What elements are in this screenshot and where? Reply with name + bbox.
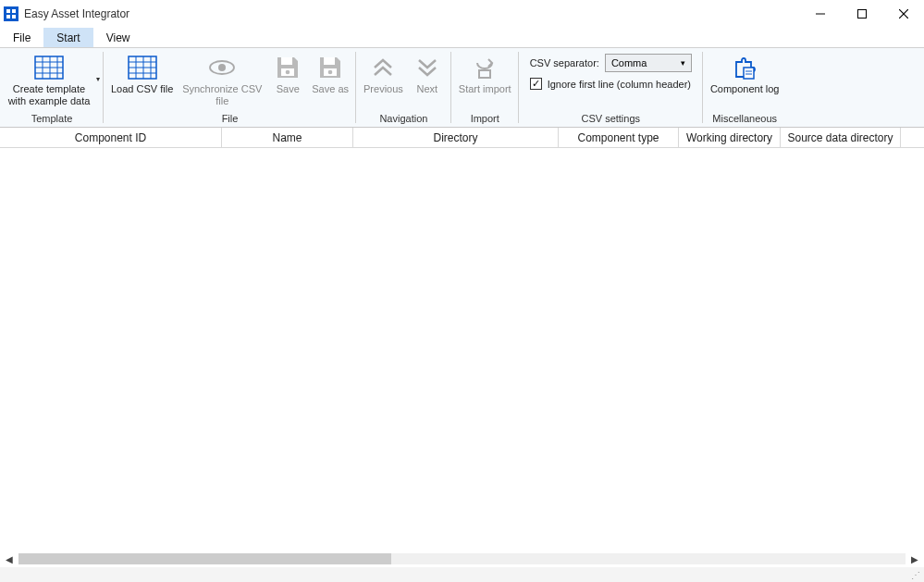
- close-button[interactable]: [882, 0, 924, 28]
- next-button[interactable]: Next: [407, 50, 448, 95]
- component-log-label: Component log: [710, 83, 780, 95]
- maximize-button[interactable]: [841, 0, 882, 28]
- svg-rect-2: [6, 15, 10, 19]
- chevron-down-icon[interactable]: ▾: [96, 75, 100, 83]
- svg-rect-5: [857, 9, 866, 18]
- col-working-directory[interactable]: Working directory: [679, 128, 781, 147]
- app-icon: [4, 6, 18, 21]
- load-csv-label: Load CSV file: [111, 83, 173, 95]
- grid-columns: Component ID Name Directory Component ty…: [0, 128, 924, 148]
- previous-button[interactable]: Previous: [360, 50, 407, 95]
- group-navigation: Previous Next Navigation: [356, 48, 451, 127]
- sync-csv-button[interactable]: Synchronize CSV file: [177, 50, 267, 107]
- previous-label: Previous: [363, 83, 403, 95]
- col-component-type[interactable]: Component type: [559, 128, 679, 147]
- save-button[interactable]: Save: [267, 50, 308, 95]
- menubar: File Start View: [0, 28, 924, 48]
- puzzle-icon: [731, 52, 758, 83]
- grid-body: [0, 148, 924, 551]
- col-name[interactable]: Name: [222, 128, 353, 147]
- group-template-title: Template: [4, 112, 100, 127]
- start-import-button[interactable]: Start import: [455, 50, 515, 95]
- footer: ◀ ▶ ⋰: [0, 551, 924, 582]
- scroll-left-arrow[interactable]: ◀: [2, 551, 17, 566]
- create-template-button[interactable]: Create template with example data: [4, 50, 94, 107]
- col-source-data-directory[interactable]: Source data directory: [781, 128, 901, 147]
- titlebar: Easy Asset Integrator: [0, 0, 924, 28]
- saveas-label: Save as: [312, 83, 349, 95]
- horizontal-scrollbar[interactable]: ◀ ▶: [0, 551, 924, 567]
- svg-rect-31: [744, 68, 754, 79]
- grid-icon: [128, 52, 157, 83]
- csv-separator-select[interactable]: Comma ▾: [605, 54, 692, 72]
- group-misc: Component log Miscellaneous: [703, 48, 787, 127]
- group-import-title: Import: [455, 112, 515, 127]
- group-csv-settings: CSV separator: Comma ▾ ✓ Ignore first li…: [519, 48, 703, 127]
- svg-point-29: [328, 70, 333, 75]
- save-icon: [276, 52, 300, 83]
- svg-rect-3: [12, 15, 16, 19]
- col-component-id[interactable]: Component ID: [0, 128, 222, 147]
- chevrons-up-icon: [371, 52, 395, 83]
- menu-view[interactable]: View: [93, 28, 143, 47]
- scroll-track[interactable]: [18, 553, 906, 564]
- group-misc-title: Miscellaneous: [707, 112, 783, 127]
- svg-rect-30: [479, 70, 490, 78]
- csv-separator-value: Comma: [611, 57, 647, 68]
- menu-start[interactable]: Start: [43, 28, 92, 47]
- col-directory[interactable]: Directory: [353, 128, 559, 147]
- svg-rect-0: [6, 9, 10, 13]
- save-icon: [318, 52, 342, 83]
- grid-icon: [34, 52, 64, 83]
- save-as-button[interactable]: Save as: [308, 50, 352, 95]
- resize-grip-icon: ⋰: [911, 570, 920, 580]
- chevron-down-icon: ▾: [681, 58, 685, 68]
- scroll-right-arrow[interactable]: ▶: [907, 551, 922, 566]
- start-import-label: Start import: [459, 83, 511, 95]
- minimize-button[interactable]: [799, 0, 841, 28]
- create-template-label: Create template with example data: [7, 83, 91, 107]
- load-csv-button[interactable]: Load CSV file: [107, 50, 177, 95]
- next-label: Next: [417, 83, 438, 95]
- chevrons-down-icon: [415, 52, 439, 83]
- app-title: Easy Asset Integrator: [24, 7, 129, 20]
- menu-file[interactable]: File: [0, 28, 43, 47]
- svg-rect-1: [12, 9, 16, 13]
- import-icon: [472, 52, 498, 83]
- ignore-first-line-label: Ignore first line (column header): [548, 79, 691, 90]
- group-file-title: File: [107, 112, 352, 127]
- scroll-thumb[interactable]: [18, 553, 391, 564]
- ribbon: Create template with example data ▾ Temp…: [0, 48, 924, 128]
- svg-rect-27: [324, 57, 335, 65]
- eye-icon: [208, 52, 236, 83]
- group-template: Create template with example data ▾ Temp…: [0, 48, 104, 127]
- svg-rect-24: [281, 57, 292, 65]
- svg-point-26: [286, 70, 290, 75]
- save-label: Save: [277, 83, 300, 95]
- group-import: Start import Import: [451, 48, 519, 127]
- group-navigation-title: Navigation: [360, 112, 448, 127]
- group-csv-title: CSV settings: [523, 112, 699, 127]
- ignore-first-line-checkbox[interactable]: ✓: [530, 78, 542, 90]
- group-file: Load CSV file Synchronize CSV file: [104, 48, 356, 127]
- csv-separator-label: CSV separator:: [530, 57, 599, 68]
- statusbar: ⋰: [0, 567, 924, 582]
- svg-point-23: [218, 64, 226, 71]
- component-log-button[interactable]: Component log: [707, 50, 783, 95]
- sync-csv-label: Synchronize CSV file: [180, 83, 264, 107]
